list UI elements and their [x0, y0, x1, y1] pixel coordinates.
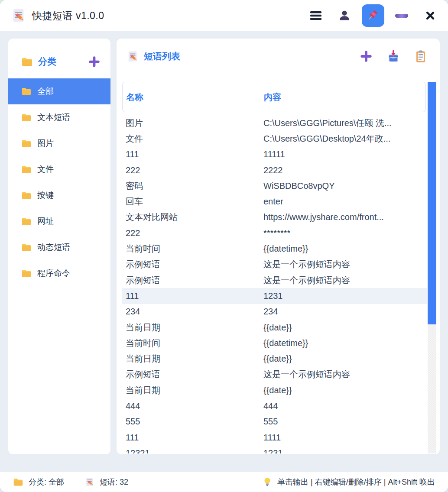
category-header: 分类 — [8, 39, 110, 78]
phrase-content-cell: {{date}} — [263, 385, 423, 395]
import-button[interactable] — [387, 50, 400, 63]
sidebar-item-label: 文本短语 — [37, 112, 70, 123]
table-row[interactable]: 示例短语 这是一个示例短语内容 — [122, 272, 427, 288]
close-button[interactable] — [416, 3, 445, 29]
sidebar-item[interactable]: 网址 — [8, 208, 110, 234]
phrase-content-cell: {{datetime}} — [263, 244, 423, 254]
status-category-label: 分类: 全部 — [29, 477, 64, 487]
menu-button[interactable] — [302, 3, 330, 29]
titlebar: 快捷短语 v1.0.0 — [0, 0, 448, 31]
sidebar-item-label: 文件 — [37, 164, 54, 175]
app-title: 快捷短语 v1.0.0 — [32, 9, 104, 23]
table-row[interactable]: 当前时间 {{datetime}} — [122, 241, 427, 256]
table-row[interactable]: 文本对比网站 https://www.jyshare.com/front... — [122, 210, 427, 225]
phrase-list-header: 短语列表 — [117, 39, 440, 82]
phrase-content-cell: C:\Users\GGG\Desktop\24年政... — [263, 133, 423, 145]
pin-button[interactable] — [359, 3, 387, 29]
phrase-content-cell: 1231 — [263, 448, 423, 453]
table-row[interactable]: 222 2222 — [122, 162, 427, 178]
table-row[interactable]: 111 11111 — [122, 147, 427, 162]
clipboard-button[interactable] — [415, 50, 427, 63]
table-row[interactable]: 111 1231 — [122, 288, 427, 304]
phrase-content-cell: 2222 — [263, 165, 423, 175]
scrollbar-thumb[interactable] — [428, 82, 436, 324]
phrase-content-cell: https://www.jyshare.com/front... — [263, 212, 423, 222]
table-row[interactable]: 当前时间 {{datetime}} — [122, 335, 427, 351]
phrase-name-cell: 111 — [126, 291, 263, 301]
category-sidebar: 分类 全部 文本短语 — [8, 38, 111, 455]
folder-icon — [21, 86, 32, 97]
table-row[interactable]: 555 555 — [122, 414, 427, 430]
pushpin-icon — [366, 9, 380, 23]
folder-icon — [21, 268, 32, 278]
phrase-name-cell: 示例短语 — [126, 259, 263, 270]
account-button[interactable] — [330, 3, 359, 29]
sidebar-item[interactable]: 程序命令 — [8, 260, 110, 286]
table-row[interactable]: 示例短语 这是一个示例短语内容 — [122, 367, 427, 382]
sidebar-item-label: 按键 — [37, 190, 54, 201]
table-row[interactable]: 444 444 — [122, 398, 427, 414]
phrase-name-cell: 图片 — [126, 117, 263, 129]
folder-icon — [21, 242, 32, 252]
phrase-content-cell: 这是一个示例短语内容 — [263, 259, 423, 270]
phrase-name-cell: 文件 — [126, 133, 263, 145]
phrase-name-cell: 回车 — [126, 196, 263, 207]
table-header: 名称 内容 — [122, 82, 426, 112]
phrase-table-body: 图片 C:\Users\GGG\Pictures\任颐 洗... 文件 C:\U… — [122, 115, 427, 453]
add-phrase-button[interactable] — [360, 50, 372, 62]
user-icon — [338, 10, 351, 22]
phrase-name-cell: 当前时间 — [126, 337, 263, 349]
sidebar-item-label: 程序命令 — [37, 268, 70, 279]
sidebar-item[interactable]: 动态短语 — [8, 234, 110, 260]
phrase-name-cell: 当前时间 — [126, 243, 263, 255]
column-header-content: 内容 — [264, 91, 422, 103]
table-row[interactable]: 图片 C:\Users\GGG\Pictures\任颐 洗... — [122, 115, 427, 131]
table-row[interactable]: 234 234 — [122, 304, 427, 320]
sidebar-item[interactable]: 文件 — [8, 156, 110, 182]
phrase-content-cell: {{datetime}} — [263, 338, 423, 348]
folder-icon — [21, 138, 32, 149]
phrase-name-cell: 示例短语 — [126, 275, 263, 286]
table-row[interactable]: 密码 WiSBDBCo8vpQY — [122, 178, 427, 194]
table-row[interactable]: 222 ******** — [122, 225, 427, 241]
column-header-name: 名称 — [126, 91, 264, 103]
close-icon — [425, 11, 435, 20]
table-row[interactable]: 回车 enter — [122, 194, 427, 209]
sidebar-item[interactable]: 图片 — [8, 130, 110, 156]
sidebar-item-label: 网址 — [37, 216, 54, 227]
phrase-content-cell: 234 — [263, 307, 423, 317]
table-row[interactable]: 当前日期 {{date}} — [122, 320, 427, 335]
category-list: 全部 文本短语 图片 — [8, 78, 110, 286]
memo-icon — [127, 51, 139, 62]
inbox-import-icon — [387, 50, 400, 63]
phrase-name-cell: 111 — [126, 433, 263, 443]
phrase-content-cell: C:\Users\GGG\Pictures\任颐 洗... — [263, 117, 423, 129]
app-window: 快捷短语 v1.0.0 — [0, 0, 448, 492]
folder-icon — [21, 56, 33, 68]
sidebar-item-label: 图片 — [37, 138, 54, 149]
phrase-content-cell: 444 — [263, 401, 423, 411]
table-row[interactable]: 当前日期 {{date}} — [122, 351, 427, 366]
sidebar-item[interactable]: 全部 — [8, 78, 110, 104]
table-scrollbar[interactable] — [428, 82, 436, 453]
table-row[interactable]: 示例短语 这是一个示例短语内容 — [122, 257, 427, 272]
table-row[interactable]: 当前日期 {{date}} — [122, 382, 427, 398]
sidebar-item[interactable]: 按键 — [8, 182, 110, 208]
sidebar-item[interactable]: 文本短语 — [8, 104, 110, 130]
phrase-content-cell: ******** — [263, 228, 423, 238]
phrase-content-cell: {{date}} — [263, 354, 423, 364]
phrase-name-cell: 示例短语 — [126, 369, 263, 380]
status-hint-label: 单击输出 | 右键编辑/删除/排序 | Alt+Shift 唤出 — [277, 477, 435, 487]
phrase-name-cell: 当前日期 — [126, 322, 263, 333]
table-row[interactable]: 12321 1231 — [122, 445, 427, 453]
phrase-list-panel: 短语列表 — [116, 38, 440, 455]
minimize-button[interactable] — [387, 3, 416, 29]
folder-icon — [21, 164, 32, 175]
phrase-name-cell: 444 — [126, 401, 263, 411]
add-category-button[interactable] — [88, 56, 100, 68]
table-row[interactable]: 111 1111 — [122, 430, 427, 445]
phrase-name-cell: 12321 — [126, 448, 263, 453]
table-row[interactable]: 文件 C:\Users\GGG\Desktop\24年政... — [122, 131, 427, 146]
phrase-content-cell: 11111 — [263, 149, 423, 159]
folder-icon — [21, 216, 32, 227]
